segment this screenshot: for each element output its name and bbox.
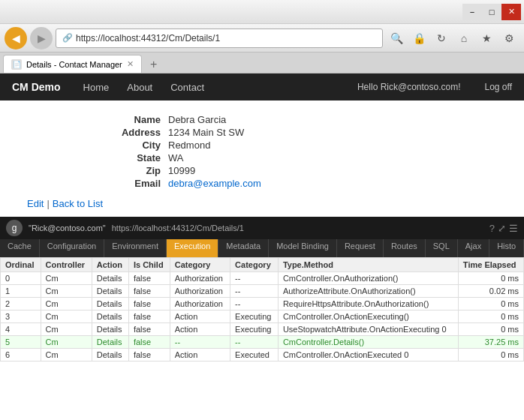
cell-3-3: false — [128, 310, 170, 323]
cell-3-6: CmController.OnActionExecuting() — [278, 310, 458, 323]
minimize-button[interactable]: − — [462, 4, 482, 20]
home-icon[interactable]: ⌂ — [453, 28, 474, 49]
settings-icon[interactable]: ⚙ — [498, 28, 519, 49]
table-row: 3CmDetailsfalseActionExecutingCmControll… — [1, 310, 524, 323]
col-header-3: Is Child — [128, 258, 170, 272]
cell-6-0: 6 — [1, 349, 41, 362]
cell-5-7: 37.25 ms — [458, 336, 523, 349]
cell-1-7: 0.02 ms — [458, 285, 523, 298]
cell-5-6: CmController.Details() — [278, 336, 458, 349]
cell-0-1: Cm — [41, 272, 92, 285]
glimpse-url: https://localhost:44312/Cm/Details/1 — [112, 224, 244, 232]
glimpse-tab-configuration[interactable]: Configuration — [40, 239, 104, 257]
toolbar-icons: 🔍 🔒 ↻ ⌂ ★ ⚙ — [386, 28, 519, 49]
glimpse-avatar: g — [6, 220, 23, 236]
glimpse-tab-request[interactable]: Request — [337, 239, 384, 257]
back-to-list-link[interactable]: Back to List — [53, 198, 103, 209]
back-button[interactable]: ◀ — [5, 27, 27, 50]
zip-label: Zip — [107, 165, 167, 176]
cell-3-5: Executing — [230, 310, 279, 323]
table-row: 5CmDetailsfalse----CmController.Details(… — [1, 336, 524, 349]
nav-about[interactable]: About — [119, 77, 160, 98]
cell-1-3: false — [128, 285, 170, 298]
cell-5-1: Cm — [41, 336, 92, 349]
cell-0-0: 0 — [1, 272, 41, 285]
nav-contact[interactable]: Contact — [163, 77, 212, 98]
col-header-5: Category — [230, 258, 279, 272]
col-header-6: Type.Method — [278, 258, 458, 272]
favorites-icon[interactable]: ★ — [476, 28, 497, 49]
glimpse-tab-environment[interactable]: Environment — [104, 239, 167, 257]
city-value: Redmond — [168, 140, 261, 151]
table-row: 2CmDetailsfalseAuthorization--RequireHtt… — [1, 298, 524, 310]
execution-grid: OrdinalControllerActionIs ChildCategoryC… — [0, 257, 524, 362]
cell-0-6: CmController.OnAuthorization() — [278, 272, 458, 285]
cell-1-0: 1 — [1, 285, 41, 298]
glimpse-tab-metadata[interactable]: Metadata — [218, 239, 269, 257]
name-label: Name — [107, 114, 167, 125]
tab-close-button[interactable]: ✕ — [127, 59, 134, 69]
glimpse-expand-icon[interactable]: ⤢ — [498, 223, 506, 234]
cell-2-5: -- — [230, 298, 279, 310]
glimpse-tab-sql[interactable]: SQL — [426, 239, 458, 257]
glimpse-settings-icon[interactable]: ☰ — [509, 223, 518, 234]
glimpse-tab-cache[interactable]: Cache — [0, 239, 40, 257]
cell-6-7: 0 ms — [458, 349, 523, 362]
cell-4-6: UseStopwatchAttribute.OnActionExecuting … — [278, 323, 458, 336]
browser-titlebar: − □ ✕ — [0, 0, 524, 24]
city-row: City Redmond — [107, 140, 261, 151]
state-row: State WA — [107, 152, 261, 164]
glimpse-tab-ajax[interactable]: Ajax — [458, 239, 489, 257]
state-label: State — [107, 152, 167, 164]
col-header-1: Controller — [41, 258, 92, 272]
cell-3-7: 0 ms — [458, 310, 523, 323]
table-row: 4CmDetailsfalseActionExecutingUseStopwat… — [1, 323, 524, 336]
glimpse-tabs: CacheConfigurationEnvironmentExecutionMe… — [0, 239, 524, 257]
action-separator: | — [47, 198, 49, 209]
glimpse-toolbar: ? ⤢ ☰ — [489, 223, 518, 234]
site-user: Hello Rick@contoso.com! — [357, 82, 461, 92]
zip-value: 10999 — [168, 165, 261, 176]
glimpse-tab-execution[interactable]: Execution — [167, 239, 218, 257]
edit-link[interactable]: Edit — [27, 198, 44, 209]
glimpse-tab-routes[interactable]: Routes — [384, 239, 426, 257]
cell-5-5: -- — [230, 336, 279, 349]
address-bar[interactable]: 🔗 https://localhost:44312/Cm/Details/1 — [56, 28, 383, 48]
address-icon: 🔗 — [62, 33, 73, 43]
table-row: 6CmDetailsfalseActionExecutedCmControlle… — [1, 349, 524, 362]
cell-4-0: 4 — [1, 323, 41, 336]
address-label: Address — [107, 127, 167, 138]
cell-4-1: Cm — [41, 323, 92, 336]
maximize-button[interactable]: □ — [482, 4, 501, 20]
email-link[interactable]: debra@example.com — [168, 178, 261, 189]
site-brand[interactable]: CM Demo — [12, 81, 61, 93]
site-header: CM Demo Home About Contact Hello Rick@co… — [0, 74, 524, 100]
cell-5-3: false — [128, 336, 170, 349]
active-tab[interactable]: 📄 Details - Contact Manager ✕ — [3, 55, 142, 73]
cell-4-3: false — [128, 323, 170, 336]
browser-toolbar: ◀ ▶ 🔗 https://localhost:44312/Cm/Details… — [0, 24, 524, 52]
glimpse-tab-histo[interactable]: Histo — [489, 239, 524, 257]
cell-4-4: Action — [170, 323, 230, 336]
cell-6-1: Cm — [41, 349, 92, 362]
site-nav: Home About Contact — [76, 77, 212, 98]
address-row: Address 1234 Main St SW — [107, 127, 261, 138]
new-tab-button[interactable]: + — [145, 56, 163, 73]
cell-4-5: Executing — [230, 323, 279, 336]
nav-home[interactable]: Home — [76, 77, 117, 98]
logout-link[interactable]: Log off — [485, 82, 512, 92]
search-icon[interactable]: 🔍 — [386, 28, 407, 49]
refresh-icon[interactable]: ↻ — [431, 28, 452, 49]
cell-1-4: Authorization — [170, 285, 230, 298]
close-button[interactable]: ✕ — [501, 4, 521, 20]
table-row: 0CmDetailsfalseAuthorization--CmControll… — [1, 272, 524, 285]
tab-title: Details - Contact Manager — [26, 60, 122, 69]
glimpse-help-icon[interactable]: ? — [489, 223, 495, 234]
cell-5-2: Details — [92, 336, 128, 349]
cell-6-2: Details — [92, 349, 128, 362]
zip-row: Zip 10999 — [107, 165, 261, 176]
execution-grid-container[interactable]: OrdinalControllerActionIs ChildCategoryC… — [0, 257, 524, 362]
glimpse-tab-model-binding[interactable]: Model Binding — [269, 239, 337, 257]
table-row: 1CmDetailsfalseAuthorization--AuthorizeA… — [1, 285, 524, 298]
forward-button[interactable]: ▶ — [30, 27, 53, 50]
